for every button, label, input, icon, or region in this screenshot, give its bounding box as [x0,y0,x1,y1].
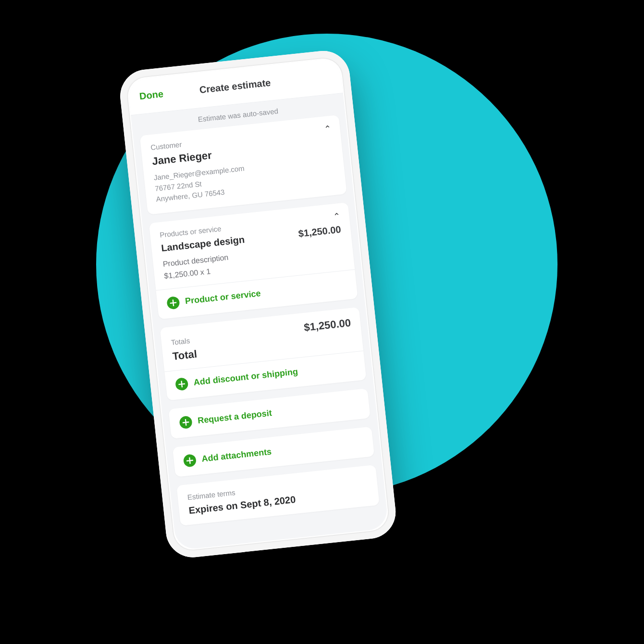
phone-shadow [144,586,404,620]
total-amount: $1,250.00 [303,317,351,334]
add-discount-shipping-label: Add discount or shipping [193,367,298,388]
chevron-up-icon: ⌃ [323,124,332,135]
add-product-label: Product or service [185,288,261,306]
products-card: ⌃ Products or service Landscape design $… [149,202,358,320]
page-title: Create estimate [199,77,272,96]
plus-circle-icon [183,454,197,468]
chevron-up-icon: ⌃ [333,211,341,222]
totals-card: Totals Total $1,250.00 Add discount or s… [160,307,367,401]
request-deposit-label: Request a deposit [197,408,272,426]
estimate-terms-card[interactable]: Estimate terms Expires on Sept 8, 2020 [176,465,380,526]
done-button[interactable]: Done [139,88,164,102]
plus-circle-icon [175,377,189,391]
plus-circle-icon [166,296,180,310]
line-item-price: $1,250.00 [298,223,342,239]
total-label: Total [172,348,198,363]
plus-circle-icon [179,415,193,429]
totals-section-label: Totals [171,336,196,347]
add-attachments-label: Add attachments [201,447,272,464]
